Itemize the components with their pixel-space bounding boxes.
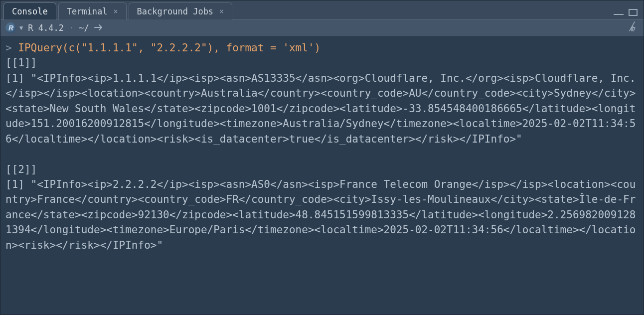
output-list-index: [[2]] bbox=[5, 163, 37, 175]
tab-label: Console bbox=[12, 6, 48, 16]
tab-console[interactable]: Console bbox=[3, 2, 56, 19]
output-line: [1] "<IPInfo><ip>2.2.2.2</ip><isp><asn>A… bbox=[5, 178, 636, 251]
entered-command: IPQuery(c("1.1.1.1", "2.2.2.2"), format … bbox=[18, 42, 321, 54]
prompt-symbol: > bbox=[5, 42, 12, 54]
close-icon[interactable]: × bbox=[219, 7, 224, 16]
pane-controls bbox=[614, 9, 644, 19]
clear-console-icon[interactable] bbox=[628, 21, 639, 34]
tab-label: Terminal bbox=[67, 6, 108, 16]
console-panel: Console Terminal × Background Jobs × R ▼… bbox=[0, 0, 644, 315]
minimize-pane-icon[interactable] bbox=[614, 11, 624, 15]
output-line: [1] "<IPInfo><ip>1.1.1.1</ip><isp><asn>A… bbox=[5, 72, 636, 145]
console-toolbar: R ▼ R 4.4.2 · ~/ bbox=[0, 19, 644, 36]
r-version-label: R 4.4.2 bbox=[28, 23, 64, 33]
working-directory-label: ~/ bbox=[79, 23, 89, 33]
chevron-down-icon[interactable]: ▼ bbox=[19, 24, 23, 31]
tab-label: Background Jobs bbox=[137, 6, 214, 16]
goto-directory-icon[interactable] bbox=[94, 22, 103, 33]
separator: · bbox=[69, 23, 74, 33]
tab-terminal[interactable]: Terminal × bbox=[58, 2, 127, 19]
tab-background-jobs[interactable]: Background Jobs × bbox=[129, 2, 233, 19]
maximize-pane-icon[interactable] bbox=[629, 9, 638, 16]
tab-bar: Console Terminal × Background Jobs × bbox=[0, 0, 644, 19]
r-logo-icon[interactable]: R bbox=[5, 22, 16, 33]
output-list-index: [[1]] bbox=[5, 57, 37, 69]
console-output[interactable]: > IPQuery(c("1.1.1.1", "2.2.2.2"), forma… bbox=[0, 36, 644, 315]
close-icon[interactable]: × bbox=[114, 7, 118, 16]
